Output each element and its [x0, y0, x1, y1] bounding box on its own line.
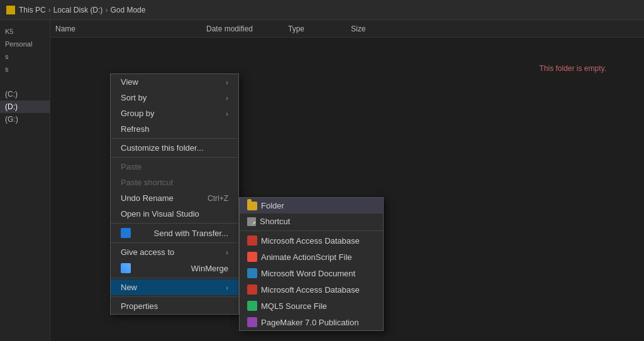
sidebar-item-s2[interactable]: s: [0, 63, 50, 75]
breadcrumb-godmode[interactable]: God Mode: [110, 6, 145, 14]
folder-icon-new: [247, 202, 257, 210]
groupby-arrow: ›: [226, 110, 228, 117]
undo-shortcut-label: Ctrl+Z: [208, 194, 228, 203]
submenu-access-1[interactable]: Microsoft Access Database: [240, 232, 383, 249]
menu-view[interactable]: View ›: [111, 74, 238, 90]
context-menu: View › Sort by › Group by › Refresh Cust…: [110, 73, 239, 315]
sidebar-item-k5[interactable]: K5: [0, 25, 50, 38]
submenu-mql5[interactable]: MQL5 Source File: [240, 298, 383, 314]
submenu-access-2[interactable]: Microsoft Access Database: [240, 281, 383, 298]
menu-open-vs[interactable]: Open in Visual Studio: [111, 206, 238, 222]
winmerge-icon: [121, 263, 131, 273]
submenu-actionscript[interactable]: Animate ActionScript File: [240, 249, 383, 265]
access-icon-1: [247, 235, 257, 246]
word-icon: [247, 268, 257, 278]
submenu-folder[interactable]: Folder: [240, 198, 383, 214]
access-icon-2: [247, 284, 257, 295]
menu-send-transfer[interactable]: Send with Transfer...: [111, 225, 238, 241]
breadcrumb-localdisk[interactable]: Local Disk (D:): [53, 6, 103, 14]
drive-c[interactable]: (C:): [0, 88, 50, 100]
title-bar: This PC › Local Disk (D:) › God Mode: [0, 0, 644, 20]
sidebar-item-personal[interactable]: Personal: [0, 38, 50, 50]
shortcut-icon-new: [247, 217, 256, 226]
menu-new[interactable]: New ›: [111, 279, 238, 295]
breadcrumb-thispc[interactable]: This PC: [19, 6, 46, 14]
column-headers: Name Date modified Type Size: [50, 20, 644, 38]
separator-6: [111, 296, 238, 297]
separator-2: [111, 157, 238, 158]
drive-d[interactable]: (D:): [0, 100, 50, 113]
submenu-sep-1: [240, 230, 383, 231]
menu-group-by[interactable]: Group by ›: [111, 106, 238, 121]
sidebar-item-s1[interactable]: s: [0, 50, 50, 63]
submenu-shortcut[interactable]: Shortcut: [240, 214, 383, 229]
separator-3: [111, 223, 238, 224]
col-header-name[interactable]: Name: [55, 24, 206, 33]
menu-refresh[interactable]: Refresh: [111, 121, 238, 137]
col-header-size[interactable]: Size: [351, 24, 401, 33]
folder-icon: [6, 6, 15, 14]
menu-undo-rename[interactable]: Undo Rename Ctrl+Z: [111, 190, 238, 206]
mql5-icon: [247, 301, 257, 311]
main-container: K5 Personal s s (C:) (D:) (G:) Name Date…: [0, 20, 644, 341]
transfer-icon: [121, 228, 131, 238]
menu-properties[interactable]: Properties: [111, 298, 238, 314]
submenu-pagemaker[interactable]: PageMaker 7.0 Publication: [240, 314, 383, 330]
empty-folder-text: This folder is empty.: [540, 64, 606, 73]
sidebar: K5 Personal s s (C:) (D:) (G:): [0, 20, 50, 341]
menu-sort-by[interactable]: Sort by ›: [111, 90, 238, 106]
breadcrumb: This PC › Local Disk (D:) › God Mode: [19, 6, 145, 14]
separator-1: [111, 138, 238, 139]
file-area: Name Date modified Type Size This folder…: [50, 20, 644, 341]
separator-4: [111, 242, 238, 243]
menu-paste[interactable]: Paste: [111, 159, 238, 175]
separator-5: [111, 278, 238, 278]
giveaccess-arrow: ›: [226, 249, 228, 256]
submenu-word[interactable]: Microsoft Word Document: [240, 265, 383, 281]
new-arrow: ›: [226, 284, 228, 291]
actionscript-icon: [247, 252, 257, 262]
col-header-date[interactable]: Date modified: [206, 24, 288, 33]
menu-customize[interactable]: Customize this folder...: [111, 140, 238, 156]
sidebar-drives: (C:) (D:) (G:): [0, 88, 50, 126]
pagemaker-icon: [247, 317, 257, 327]
view-arrow: ›: [226, 78, 228, 86]
sortby-arrow: ›: [226, 94, 228, 102]
col-header-type[interactable]: Type: [288, 24, 351, 33]
submenu-new: Folder Shortcut Microsoft Access Databas…: [239, 197, 384, 331]
menu-paste-shortcut[interactable]: Paste shortcut: [111, 175, 238, 190]
menu-winmerge[interactable]: WinMerge: [111, 260, 238, 276]
menu-give-access[interactable]: Give access to ›: [111, 244, 238, 260]
drive-g[interactable]: (G:): [0, 113, 50, 126]
